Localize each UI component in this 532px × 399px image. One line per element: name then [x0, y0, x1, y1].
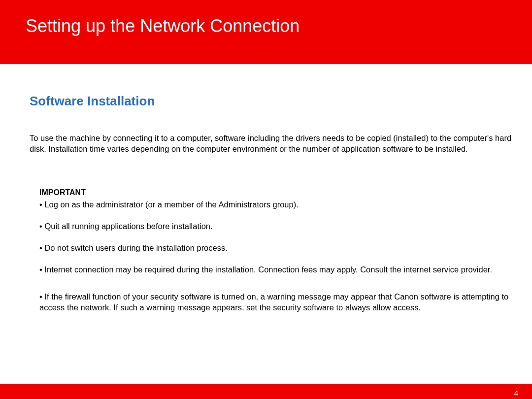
important-list: Log on as the administrator (or a member… — [39, 199, 514, 313]
section-title: Software Installation — [30, 94, 514, 109]
page-title: Setting up the Network Connection — [26, 16, 532, 36]
page-number: 4 — [514, 389, 518, 397]
page-footer: 4 — [0, 384, 532, 399]
list-item: Log on as the administrator (or a member… — [39, 199, 514, 210]
important-block: IMPORTANT Log on as the administrator (o… — [30, 188, 514, 313]
list-item: If the firewall function of your securit… — [39, 291, 514, 313]
list-item: Internet connection may be required duri… — [39, 264, 514, 275]
important-label: IMPORTANT — [39, 188, 514, 197]
intro-paragraph: To use the machine by connecting it to a… — [30, 133, 514, 155]
list-item: Quit all running applications before ins… — [39, 221, 514, 232]
page-content: Software Installation To use the machine… — [0, 64, 532, 313]
list-item: Do not switch users during the installat… — [39, 242, 514, 253]
page-header: Setting up the Network Connection — [0, 0, 532, 64]
